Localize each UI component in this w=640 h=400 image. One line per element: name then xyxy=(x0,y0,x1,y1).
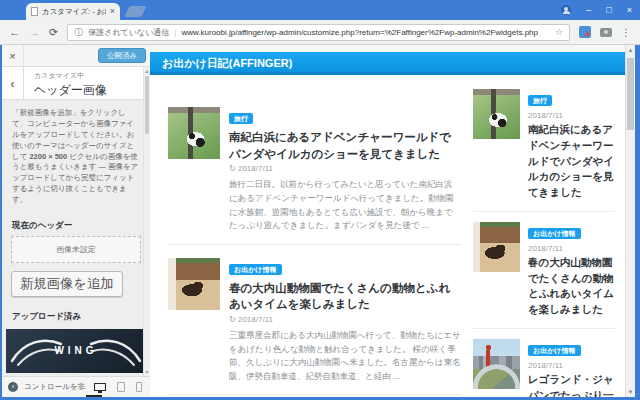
sidebar-post-date: 2018/7/11 xyxy=(528,361,615,370)
sidebar-post-item: お出かけ情報 2018/7/11 春の大内山動物園でたくさんの動物とふれあいタイ… xyxy=(473,212,615,329)
sidebar-thumbnail-lego[interactable] xyxy=(473,339,520,389)
scroll-down-icon[interactable]: ▼ xyxy=(626,389,635,395)
extension-icon-2[interactable] xyxy=(600,28,612,37)
description-size: 2200 × 500 xyxy=(29,152,67,161)
category-badge[interactable]: 旅行 xyxy=(229,113,253,124)
no-image-placeholder: 画像未設定 xyxy=(11,236,141,263)
panel-back-icon[interactable]: ‹ xyxy=(2,67,24,99)
post-excerpt: 三重県度会郡にある大内山動物園へ行って、動物たちにエサをあげたり色んな動物と触れ… xyxy=(229,329,461,383)
post-excerpt: 旅行二日目。以前から行ってみたいと思っていた南紀白浜にあるアドベンチャーワールド… xyxy=(229,178,461,232)
mobile-preview-icon[interactable] xyxy=(136,382,142,392)
sidebar-post-title[interactable]: レゴランド・ジャパンでたっぷり一日遊んできました xyxy=(528,372,615,397)
site-title[interactable]: お出かけ日記(AFFINGER) xyxy=(162,57,292,69)
category-badge[interactable]: お出かけ情報 xyxy=(528,228,581,239)
tablet-preview-icon[interactable] xyxy=(117,382,125,392)
post-thumbnail-panda[interactable] xyxy=(168,107,220,159)
extension-icon-1[interactable] xyxy=(579,26,591,38)
profile-icon[interactable] xyxy=(561,5,571,15)
tab-title: カスタマイズ: - お出かけ日記 xyxy=(42,7,106,17)
post-item: 旅行 南紀白浜にあるアドベンチャーワールドでパンダやイルカのショーを見てきました… xyxy=(168,107,461,245)
sidebar-thumbnail-panda[interactable] xyxy=(473,89,520,139)
security-label: 保護されていない通信 xyxy=(88,27,169,38)
url-text[interactable]: www.kuroobi.jp/affinger/wp-admin/customi… xyxy=(181,28,550,37)
collapse-icon[interactable]: ‹ xyxy=(8,382,18,392)
post-list: 旅行 南紀白浜にあるアドベンチャーワールドでパンダやイルカのショーを見てきました… xyxy=(150,75,473,397)
address-bar[interactable]: ⓘ 保護されていない通信 | www.kuroobi.jp/affinger/w… xyxy=(67,24,570,41)
sidebar-scrollbar-thumb[interactable] xyxy=(145,76,149,134)
sidebar-thumbnail-pony[interactable] xyxy=(473,222,520,272)
browser-toolbar: ← → ⟳ ⓘ 保護されていない通信 | www.kuroobi.jp/affi… xyxy=(0,20,640,45)
publish-button[interactable]: 公開済み xyxy=(98,48,146,63)
info-icon[interactable]: ⓘ xyxy=(74,26,83,39)
updated-icon: ↻ xyxy=(229,315,236,324)
panel-header: ‹ カスタマイズ中 ヘッダー画像 xyxy=(2,67,150,100)
refresh-icon[interactable]: ⟳ xyxy=(49,27,58,38)
updated-icon: ↻ xyxy=(229,164,236,173)
uploaded-header-image[interactable]: WING xyxy=(6,329,146,373)
category-badge[interactable]: お出かけ情報 xyxy=(229,264,282,275)
post-thumbnail-pony[interactable] xyxy=(168,258,220,310)
sidebar-post-date: 2018/7/11 xyxy=(528,244,615,253)
new-tab-button[interactable] xyxy=(124,6,146,17)
close-button[interactable]: × xyxy=(627,6,632,15)
preview-scrollbar[interactable]: ▲ ▼ xyxy=(625,45,635,397)
customizer-topbar: × 公開済み xyxy=(2,45,150,67)
bookmark-star-icon[interactable]: ☆ xyxy=(555,27,563,37)
tab-close-icon[interactable]: × xyxy=(110,7,115,16)
sidebar-scrollbar[interactable]: ▲ ▼ xyxy=(143,67,150,376)
post-title[interactable]: 春の大内山動物園でたくさんの動物とふれあいタイムを楽しみました xyxy=(229,280,461,313)
sidebar-post-title[interactable]: 南紀白浜にあるアドベンチャーワールドでパンダやイルカのショーを見てきました xyxy=(528,122,615,201)
panel-title: ヘッダー画像 xyxy=(34,82,107,99)
sidebar-post-title[interactable]: 春の大内山動物園でたくさんの動物とふれあいタイムを楽しみました xyxy=(528,255,615,318)
maximize-button[interactable]: □ xyxy=(606,6,611,15)
chrome-menu-icon[interactable]: ⋮ xyxy=(621,27,631,38)
sidebar-post-date: 2018/7/11 xyxy=(528,111,615,120)
wing-logo-text: WING xyxy=(54,345,97,356)
browser-window: カスタマイズ: - お出かけ日記 × – □ × ← → ⟳ ⓘ 保護されていな… xyxy=(0,0,640,400)
page-favicon-icon xyxy=(31,7,38,16)
blog-sidebar: 旅行 2018/7/11 南紀白浜にあるアドベンチャーワールドでパンダやイルカの… xyxy=(473,75,625,397)
omnibox-separator: | xyxy=(174,28,176,37)
site-preview: お出かけ日記(AFFINGER) 旅行 南紀白浜にあるアドベンチャーワールドでパ… xyxy=(150,45,625,397)
window-border-left xyxy=(0,45,2,400)
category-badge[interactable]: お出かけ情報 xyxy=(528,345,581,356)
uploaded-label: アップロード済み xyxy=(2,305,150,327)
post-item: お出かけ情報 春の大内山動物園でたくさんの動物とふれあいタイムを楽しみました ↻… xyxy=(168,258,461,396)
minimize-button[interactable]: – xyxy=(586,6,591,15)
category-badge[interactable]: 旅行 xyxy=(528,95,552,106)
preview-scrollbar-thumb[interactable] xyxy=(627,58,634,130)
customizing-label: カスタマイズ中 xyxy=(34,71,107,81)
browser-tab[interactable]: カスタマイズ: - お出かけ日記 × xyxy=(26,3,120,20)
window-border-right xyxy=(635,45,640,400)
current-header-label: 現在のヘッダー xyxy=(2,214,150,236)
sidebar-post-item: お出かけ情報 2018/7/11 レゴランド・ジャパンでたっぷり一日遊んできまし… xyxy=(473,329,615,397)
scroll-up-icon[interactable]: ▲ xyxy=(626,47,635,53)
customizer-close-icon[interactable]: × xyxy=(2,45,24,67)
post-title[interactable]: 南紀白浜にあるアドベンチャーワールドでパンダやイルカのショーを見てきました xyxy=(229,129,461,162)
back-icon[interactable]: ← xyxy=(9,27,20,38)
add-new-image-button[interactable]: 新規画像を追加 xyxy=(11,271,123,297)
hide-controls-label[interactable]: コントロールを非表示 xyxy=(24,382,86,392)
forward-icon[interactable]: → xyxy=(29,27,40,38)
sidebar-post-item: 旅行 2018/7/11 南紀白浜にあるアドベンチャーワールドでパンダやイルカの… xyxy=(473,89,615,212)
customizer-footer: ‹ コントロールを非表示 xyxy=(2,376,150,397)
browser-titlebar: カスタマイズ: - お出かけ日記 × – □ × xyxy=(0,0,640,20)
customizer-sidebar: × 公開済み ‹ カスタマイズ中 ヘッダー画像 「新規画像を追加」をクリックして… xyxy=(2,45,150,397)
post-date: 2018/7/11 xyxy=(238,164,273,173)
panel-description: 「新規画像を追加」をクリックして、コンピューターから画像ファイルをアップロードし… xyxy=(2,100,150,214)
site-header: お出かけ日記(AFFINGER) xyxy=(150,52,625,75)
desktop-preview-icon[interactable] xyxy=(94,383,106,391)
post-date: 2018/7/11 xyxy=(238,315,273,324)
